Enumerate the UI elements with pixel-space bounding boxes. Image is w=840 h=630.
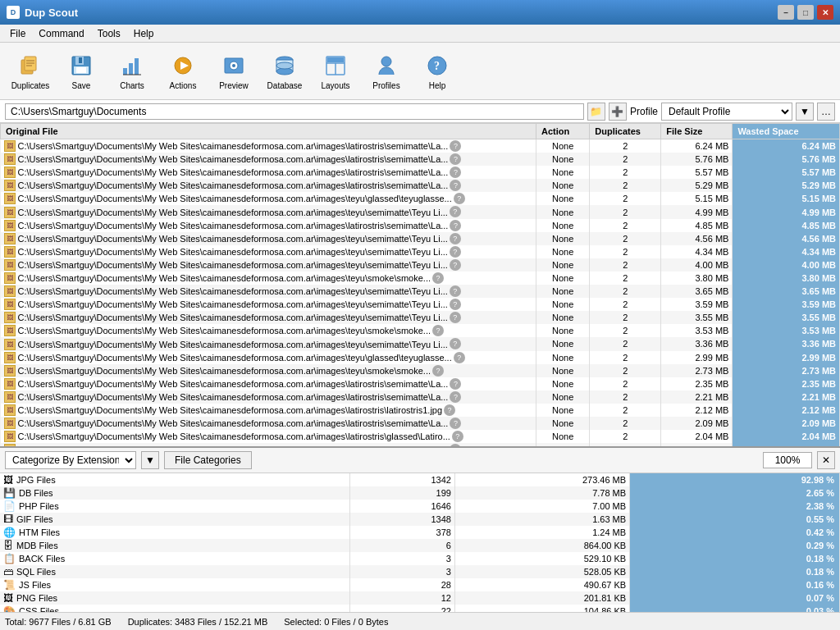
list-item[interactable]: 🖼PNG Files12201.81 KB0.07 % — [0, 591, 840, 605]
help-icon[interactable]: ? — [432, 325, 444, 336]
categorize-select[interactable]: Categorize By Extension — [5, 451, 136, 469]
table-row[interactable]: 🖼C:\Users\Smartguy\Documents\My Web Site… — [1, 404, 840, 417]
table-row[interactable]: 🖼C:\Users\Smartguy\Documents\My Web Site… — [1, 351, 840, 364]
table-row[interactable]: 🖼C:\Users\Smartguy\Documents\My Web Site… — [1, 430, 840, 443]
categorize-dropdown-button[interactable]: ▼ — [141, 451, 159, 469]
profile-select[interactable]: Default Profile — [661, 103, 792, 121]
table-row[interactable]: 🖼C:\Users\Smartguy\Documents\My Web Site… — [1, 298, 840, 311]
help-icon[interactable]: ? — [450, 378, 461, 390]
menu-tools[interactable]: Tools — [91, 26, 127, 41]
table-row[interactable]: 🖼C:\Users\Smartguy\Documents\My Web Site… — [1, 139, 840, 153]
duplicates-button[interactable]: Duplicates — [7, 48, 54, 95]
close-button[interactable]: ✕ — [817, 5, 833, 20]
help-icon[interactable]: ? — [454, 193, 465, 204]
help-icon[interactable]: ? — [450, 285, 461, 297]
help-icon[interactable]: ? — [452, 431, 463, 442]
list-item[interactable]: 🗄MDB Files6864.00 KB0.29 % — [0, 539, 840, 552]
table-row[interactable]: 🖼C:\Users\Smartguy\Documents\My Web Site… — [1, 258, 840, 272]
profile-action-button[interactable]: … — [817, 103, 835, 121]
help-icon[interactable]: ? — [450, 153, 461, 165]
help-icon[interactable]: ? — [432, 272, 444, 284]
minimize-button[interactable]: – — [778, 5, 794, 20]
list-item[interactable]: 💾DB Files1997.78 MB2.65 % — [0, 486, 840, 500]
table-row[interactable]: 🖼C:\Users\Smartguy\Documents\My Web Site… — [1, 417, 840, 430]
table-row[interactable]: 🖼C:\Users\Smartguy\Documents\My Web Site… — [1, 245, 840, 258]
col-wasted-space[interactable]: Wasted Space — [733, 124, 840, 139]
help-icon[interactable]: ? — [450, 206, 461, 217]
layouts-button[interactable]: Layouts — [312, 48, 359, 95]
address-input[interactable] — [5, 103, 584, 120]
file-path-cell: 🖼C:\Users\Smartguy\Documents\My Web Site… — [1, 285, 536, 298]
list-item[interactable]: 🎞GIF Files13481.63 MB0.55 % — [0, 513, 840, 526]
table-row[interactable]: 🖼C:\Users\Smartguy\Documents\My Web Site… — [1, 219, 840, 232]
category-type-cell: 📄PHP Files — [0, 500, 349, 513]
duplicates-cell: 2 — [590, 417, 661, 430]
help-icon[interactable]: ? — [450, 299, 461, 310]
list-item[interactable]: 🌐HTM Files3781.24 MB0.42 % — [0, 526, 840, 539]
help-icon[interactable]: ? — [450, 220, 461, 231]
list-item[interactable]: 🖼JPG Files1342273.46 MB92.98 % — [0, 473, 840, 486]
help-icon[interactable]: ? — [450, 246, 461, 258]
help-icon[interactable]: ? — [450, 140, 461, 152]
duplicates-cell: 2 — [590, 232, 661, 245]
file-size-cell: 5.29 MB — [661, 179, 733, 192]
maximize-button[interactable]: □ — [797, 5, 814, 20]
table-row[interactable]: 🖼C:\Users\Smartguy\Documents\My Web Site… — [1, 179, 840, 192]
table-row[interactable]: 🖼C:\Users\Smartguy\Documents\My Web Site… — [1, 324, 840, 337]
help-icon[interactable]: ? — [450, 312, 461, 323]
help-icon[interactable]: ? — [450, 180, 461, 191]
profile-settings-button[interactable]: ▼ — [796, 103, 814, 121]
help-icon[interactable]: ? — [450, 167, 461, 178]
menu-help[interactable]: Help — [127, 26, 161, 41]
table-row[interactable]: 🖼C:\Users\Smartguy\Documents\My Web Site… — [1, 311, 840, 324]
help-icon[interactable]: ? — [450, 338, 461, 349]
list-item[interactable]: 🗃SQL Files3528.05 KB0.18 % — [0, 565, 840, 578]
col-original-file[interactable]: Original File — [1, 124, 536, 139]
help-icon[interactable]: ? — [444, 404, 455, 416]
table-row[interactable]: 🖼C:\Users\Smartguy\Documents\My Web Site… — [1, 377, 840, 390]
col-file-size[interactable]: File Size — [661, 124, 733, 139]
list-item[interactable]: 🎨CSS Files22104.86 KB0.03 % — [0, 605, 840, 612]
files-table-container[interactable]: Original File Action Duplicates File Siz… — [0, 123, 840, 448]
help-icon[interactable]: ? — [450, 391, 461, 403]
add-path-button[interactable]: ➕ — [609, 103, 627, 121]
help-icon[interactable]: ? — [450, 259, 461, 271]
charts-button[interactable]: Charts — [108, 48, 156, 95]
list-item[interactable]: 📋BACK Files3529.10 KB0.18 % — [0, 552, 840, 565]
table-row[interactable]: 🖼C:\Users\Smartguy\Documents\My Web Site… — [1, 337, 840, 350]
wasted-space-cell: 3.55 MB — [733, 311, 840, 324]
table-row[interactable]: 🖼C:\Users\Smartguy\Documents\My Web Site… — [1, 390, 840, 404]
list-item[interactable]: 📜JS Files28490.67 KB0.16 % — [0, 578, 840, 591]
help-icon[interactable]: ? — [450, 233, 461, 244]
table-row[interactable]: 🖼C:\Users\Smartguy\Documents\My Web Site… — [1, 166, 840, 179]
table-row[interactable]: 🖼C:\Users\Smartguy\Documents\My Web Site… — [1, 192, 840, 205]
help-icon[interactable]: ? — [432, 365, 444, 377]
table-row[interactable]: 🖼C:\Users\Smartguy\Documents\My Web Site… — [1, 364, 840, 377]
menu-command[interactable]: Command — [32, 26, 90, 41]
menu-file[interactable]: File — [3, 26, 32, 41]
database-button[interactable]: Database — [261, 48, 308, 95]
table-row[interactable]: 🖼C:\Users\Smartguy\Documents\My Web Site… — [1, 232, 840, 245]
table-row[interactable]: 🖼C:\Users\Smartguy\Documents\My Web Site… — [1, 205, 840, 218]
col-duplicates[interactable]: Duplicates — [590, 124, 661, 139]
preview-button[interactable]: Preview — [210, 48, 258, 95]
col-action[interactable]: Action — [536, 124, 589, 139]
file-path-cell: 🖼C:\Users\Smartguy\Documents\My Web Site… — [1, 390, 536, 404]
table-row[interactable]: 🖼C:\Users\Smartguy\Documents\My Web Site… — [1, 272, 840, 285]
close-bottom-button[interactable]: ✕ — [817, 451, 835, 469]
charts-label: Charts — [120, 81, 144, 90]
file-path-text: C:\Users\Smartguy\Documents\My Web Sites… — [18, 208, 448, 217]
table-row[interactable]: 🖼C:\Users\Smartguy\Documents\My Web Site… — [1, 153, 840, 166]
categories-table-container[interactable]: 🖼JPG Files1342273.46 MB92.98 %💾DB Files1… — [0, 473, 840, 612]
list-item[interactable]: 📄PHP Files16467.00 MB2.38 % — [0, 500, 840, 513]
save-button[interactable]: Save — [57, 48, 105, 95]
browse-button[interactable]: 📁 — [587, 103, 605, 121]
help-icon[interactable]: ? — [454, 352, 465, 363]
actions-button[interactable]: Actions — [159, 48, 207, 95]
help-icon[interactable]: ? — [450, 418, 461, 429]
duplicates-cell: 2 — [590, 377, 661, 390]
profiles-button[interactable]: Profiles — [363, 48, 410, 95]
table-row[interactable]: 🖼C:\Users\Smartguy\Documents\My Web Site… — [1, 285, 840, 298]
help-button[interactable]: ? Help — [413, 48, 461, 95]
file-categories-button[interactable]: File Categories — [164, 451, 252, 469]
